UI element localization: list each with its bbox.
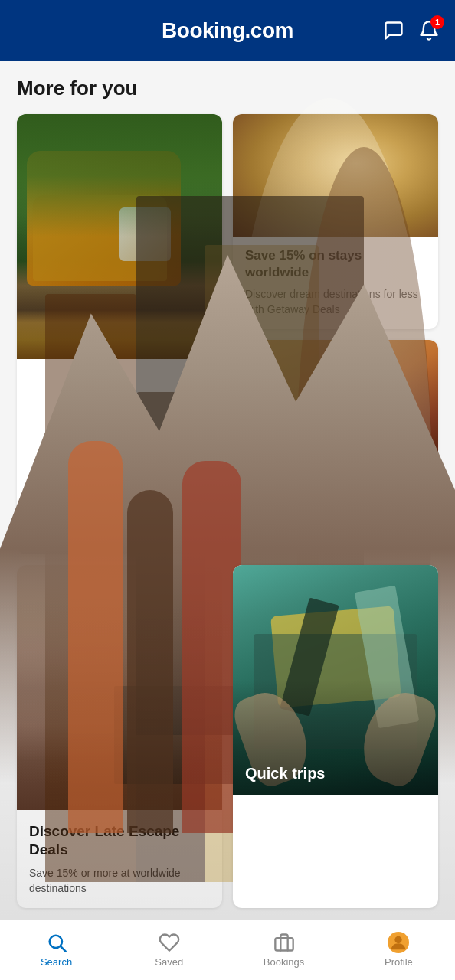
notification-badge: 1: [430, 15, 444, 29]
nav-bookings[interactable]: Bookings: [251, 926, 316, 974]
user-icon: [388, 932, 409, 953]
briefcase-icon: [273, 932, 295, 953]
search-icon: [46, 932, 67, 953]
header-icons: 1: [383, 20, 440, 41]
nav-saved[interactable]: Saved: [139, 926, 200, 974]
section-title: More for you: [17, 77, 438, 100]
profile-label: Profile: [385, 956, 413, 968]
search-label: Search: [41, 956, 72, 968]
card-late-escape[interactable]: Discover Late Escape Deals Save 15% or m…: [17, 565, 222, 909]
notifications-button[interactable]: 1: [418, 20, 440, 41]
app-header: Booking.com 1: [0, 0, 455, 61]
saved-label: Saved: [155, 956, 183, 968]
heart-icon: [159, 932, 180, 953]
late-escape-image: [17, 565, 222, 810]
bottom-nav: Search Saved Bookings Profile: [0, 919, 455, 980]
svg-line-1: [61, 946, 65, 951]
svg-rect-2: [275, 938, 293, 950]
svg-point-4: [395, 936, 402, 943]
nav-search[interactable]: Search: [26, 926, 87, 974]
bookings-label: Bookings: [264, 956, 304, 968]
quick-trips-image: Quick trips: [233, 565, 438, 795]
card-quick-trips[interactable]: Quick trips: [233, 565, 438, 909]
quick-trips-label: Quick trips: [245, 765, 325, 782]
main-content: More for you Travel articles: [0, 61, 455, 980]
nav-profile[interactable]: Profile: [368, 926, 429, 974]
cards-grid: Travel articles Save 15% on stays worldw…: [17, 114, 438, 908]
messages-button[interactable]: [383, 20, 404, 41]
app-title: Booking.com: [162, 18, 293, 43]
